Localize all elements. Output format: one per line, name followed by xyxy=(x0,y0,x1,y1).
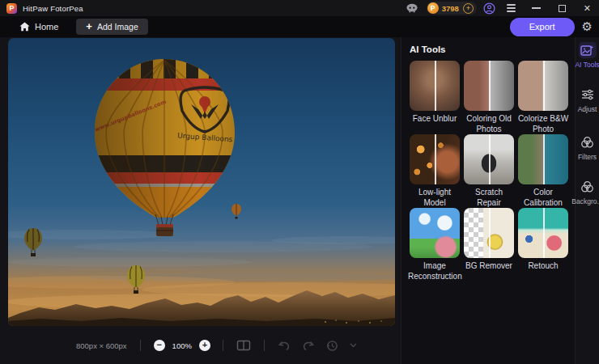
sidebar-label: AI Tools xyxy=(575,61,599,69)
divider xyxy=(223,340,223,351)
zoom-out-button[interactable]: − xyxy=(154,340,165,351)
tool-label: Coloring Old Photos xyxy=(462,113,516,134)
maximize-button[interactable] xyxy=(559,5,566,12)
tool-label: Image Reconstruction xyxy=(408,260,461,281)
app-logo-icon: P xyxy=(6,3,17,14)
plus-icon: + xyxy=(86,19,92,34)
tool-thumbnail xyxy=(410,134,460,184)
close-button[interactable]: ✕ xyxy=(584,0,591,16)
zoom-level: 100% xyxy=(172,341,192,350)
discord-icon[interactable] xyxy=(406,0,418,16)
tool-thumbnail xyxy=(518,61,568,111)
status-bar: 800px × 600px − 100% + xyxy=(0,333,401,358)
tool-card-color-calibration[interactable]: Color Calibration xyxy=(516,134,570,208)
credits-badge[interactable]: P 3798 + xyxy=(427,2,477,15)
redo-icon[interactable] xyxy=(302,341,315,351)
history-chevron-down-icon[interactable] xyxy=(350,343,357,348)
tool-card-retouch[interactable]: Retouch xyxy=(516,208,570,281)
right-sidebar: AI Tools Adjust xyxy=(575,37,599,364)
sidebar-label: Adjust xyxy=(578,105,597,113)
add-image-button[interactable]: + Add Image xyxy=(76,19,147,35)
tool-thumbnail xyxy=(410,208,460,258)
add-image-label: Add Image xyxy=(97,22,138,32)
ai-tools-grid: Face Unblur Coloring Old Photos Colorize… xyxy=(408,61,570,281)
tool-card-colorize-bw-photo[interactable]: Colorize B&W Photo xyxy=(516,61,570,134)
home-label: Home xyxy=(35,22,58,32)
tool-label: Low-light Model xyxy=(408,187,461,208)
home-icon xyxy=(19,22,30,32)
tool-card-low-light-model[interactable]: Low-light Model xyxy=(408,134,461,208)
tool-card-image-reconstruction[interactable]: Image Reconstruction xyxy=(408,208,461,281)
title-bar: P HitPaw FotorPea P 3798 + xyxy=(0,0,599,16)
toolbar: Home + Add Image Export ⚙ xyxy=(0,16,599,37)
tool-thumbnail xyxy=(464,134,514,184)
sidebar-item-ai-tools[interactable]: AI Tools xyxy=(575,42,599,69)
account-icon[interactable] xyxy=(483,2,495,15)
filters-icon xyxy=(578,134,596,150)
tool-label: Face Unblur xyxy=(408,113,461,124)
compare-view-icon[interactable] xyxy=(236,340,251,351)
tool-card-coloring-old-photos[interactable]: Coloring Old Photos xyxy=(462,61,516,134)
history-icon[interactable] xyxy=(326,340,338,352)
menu-icon[interactable] xyxy=(507,4,516,12)
minimize-button[interactable] xyxy=(532,7,541,9)
divider xyxy=(264,340,265,351)
tool-label: Color Calibration xyxy=(516,187,570,208)
ai-tools-heading: AI Tools xyxy=(410,44,446,54)
divider xyxy=(140,340,141,351)
sidebar-label: Backgro... xyxy=(571,197,599,205)
sidebar-item-filters[interactable]: Filters xyxy=(578,134,597,161)
coin-icon: P xyxy=(427,2,439,14)
canvas-size-label: 800px × 600px xyxy=(76,341,127,350)
zoom-in-button[interactable]: + xyxy=(199,340,210,351)
canvas-area: Urgup Balloons www.urgupballoons.com xyxy=(0,37,401,364)
tool-card-face-unblur[interactable]: Face Unblur xyxy=(408,61,461,134)
tool-card-scratch-repair[interactable]: Scratch Repair xyxy=(462,134,516,208)
undo-icon[interactable] xyxy=(278,341,291,351)
tool-thumbnail xyxy=(410,61,460,111)
export-button[interactable]: Export xyxy=(510,18,575,36)
tool-label: Scratch Repair xyxy=(462,187,516,208)
credits-count: 3798 xyxy=(442,4,459,13)
add-credits-icon[interactable]: + xyxy=(463,3,474,14)
tool-label: Colorize B&W Photo xyxy=(516,113,570,134)
tool-label: BG Remover xyxy=(462,260,516,271)
sidebar-item-background[interactable]: Backgro... xyxy=(571,179,599,205)
ai-tools-panel: AI Tools Face Unblur Coloring Old Photos… xyxy=(401,37,575,364)
ai-tools-icon xyxy=(579,42,597,58)
settings-gear-icon[interactable]: ⚙ xyxy=(582,17,593,36)
tool-thumbnail xyxy=(518,208,568,258)
sidebar-item-adjust[interactable]: Adjust xyxy=(578,87,597,113)
tool-thumbnail xyxy=(518,134,568,184)
tool-card-bg-remover[interactable]: BG Remover xyxy=(462,208,516,281)
app-window: P HitPaw FotorPea P 3798 + xyxy=(0,0,599,364)
photo-preview[interactable]: Urgup Balloons www.urgupballoons.com xyxy=(8,38,395,326)
tool-thumbnail xyxy=(464,61,514,111)
background-icon xyxy=(579,179,597,195)
tool-thumbnail xyxy=(464,208,514,258)
app-title: HitPaw FotorPea xyxy=(23,4,83,13)
tool-label: Retouch xyxy=(516,260,570,271)
sidebar-label: Filters xyxy=(578,153,597,161)
home-button[interactable]: Home xyxy=(19,22,58,32)
adjust-sliders-icon xyxy=(579,87,597,103)
